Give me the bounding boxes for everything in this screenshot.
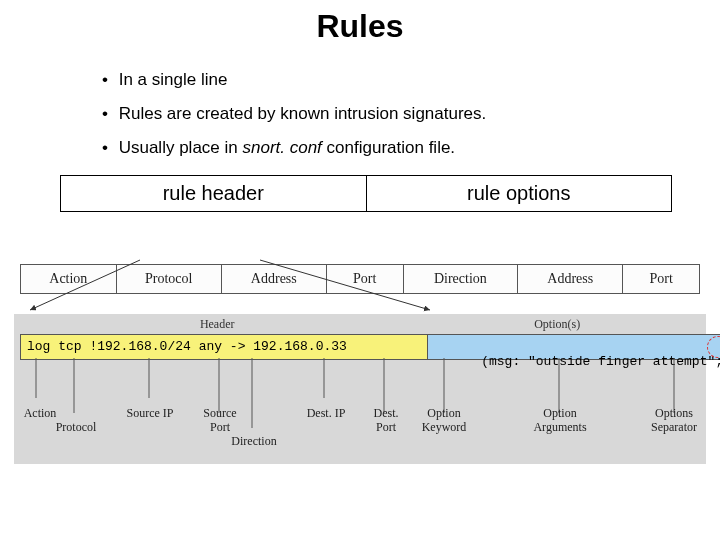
lbl-source-port: Source bbox=[190, 406, 250, 421]
lbl-action: Action bbox=[10, 406, 70, 421]
bullet-3a: Usually place in bbox=[119, 138, 243, 157]
rule-breakdown: Header Option(s) log tcp !192.168.0/24 a… bbox=[14, 314, 706, 464]
lbl-opt-kw2: Keyword bbox=[414, 420, 474, 435]
lbl-protocol: Protocol bbox=[46, 420, 106, 435]
field-port: Port bbox=[327, 264, 404, 294]
lbl-dest-port2: Port bbox=[356, 420, 416, 435]
bullet-3: Usually place in snort. conf configurati… bbox=[120, 131, 720, 165]
field-action: Action bbox=[20, 264, 117, 294]
bullet-3-italic: snort. conf bbox=[242, 138, 321, 157]
page-title: Rules bbox=[0, 8, 720, 45]
rule-text-header: log tcp !192.168.0/24 any -> 192.168.0.3… bbox=[20, 334, 428, 360]
bullet-3c: configuration file. bbox=[322, 138, 455, 157]
lbl-opt-sep2: Separator bbox=[644, 420, 704, 435]
field-address2: Address bbox=[518, 264, 623, 294]
lbl-opt-sep: Options bbox=[644, 406, 704, 421]
header-label: Header bbox=[20, 317, 414, 332]
lbl-direction: Direction bbox=[224, 434, 284, 449]
bullet-list: In a single line Rules are created by kn… bbox=[80, 63, 720, 165]
field-protocol: Protocol bbox=[117, 264, 222, 294]
header-fields-row: Action Protocol Address Port Direction A… bbox=[20, 264, 700, 294]
field-port2: Port bbox=[623, 264, 700, 294]
lbl-opt-args2: Arguments bbox=[530, 420, 590, 435]
lbl-dest-port: Dest. bbox=[356, 406, 416, 421]
lbl-opt-args: Option bbox=[530, 406, 590, 421]
field-direction: Direction bbox=[404, 264, 519, 294]
lbl-opt-kw: Option bbox=[414, 406, 474, 421]
field-address: Address bbox=[222, 264, 327, 294]
lbl-dest-ip: Dest. IP bbox=[296, 406, 356, 421]
rule-options-label: rule options bbox=[366, 175, 673, 212]
lbl-source-port2: Port bbox=[190, 420, 250, 435]
options-label: Option(s) bbox=[414, 317, 700, 332]
header-options-box: rule header rule options bbox=[60, 175, 672, 212]
rule-text-options: (msg: "outside finger attempt";) bbox=[428, 334, 720, 360]
bullet-1: In a single line bbox=[120, 63, 720, 97]
rule-header-label: rule header bbox=[60, 175, 366, 212]
lbl-source-ip: Source IP bbox=[120, 406, 180, 421]
bullet-2: Rules are created by known intrusion sig… bbox=[120, 97, 720, 131]
